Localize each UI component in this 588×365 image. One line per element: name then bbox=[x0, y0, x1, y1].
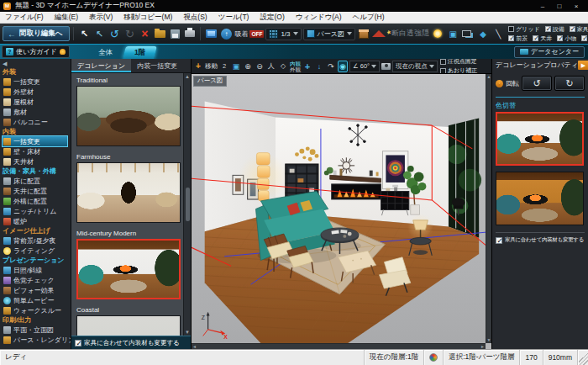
menu-tools[interactable]: ツール(T) bbox=[218, 13, 249, 23]
grid-scale-dropdown[interactable]: 1/3 bbox=[265, 28, 301, 40]
sidebar-item-sunlight[interactable]: 日照/斜線 bbox=[3, 265, 71, 275]
tab-decoration[interactable]: デコレーション bbox=[71, 59, 131, 72]
sidebar-item-plan-elevation[interactable]: 平面・立面図 bbox=[3, 325, 71, 335]
menu-edit[interactable]: 編集(E) bbox=[55, 13, 78, 23]
scroll-down-icon[interactable]: ▼ bbox=[185, 330, 190, 335]
checkbox-accessories[interactable]: 小物 bbox=[557, 34, 576, 43]
roof-display-dropdown[interactable] bbox=[372, 27, 386, 41]
sidebar-item-ceiling-material[interactable]: 天井材 bbox=[3, 156, 71, 167]
fix-target-checkbox[interactable]: 注視点固定 bbox=[440, 59, 478, 66]
data-center-button[interactable]: データセンター bbox=[514, 46, 585, 58]
fov-angle-dropdown[interactable]: ∠ 60° bbox=[349, 61, 380, 72]
sidebar-item-place-ceiling[interactable]: 天井に配置 bbox=[3, 186, 71, 196]
close-button[interactable]: × bbox=[568, 1, 585, 11]
checkbox-grid[interactable]: グリッド bbox=[508, 25, 540, 34]
back-to-floorplan-button[interactable]: ← 間取り編集へ bbox=[3, 26, 70, 41]
print-icon[interactable] bbox=[183, 27, 197, 41]
color-variant-2-thumbnail[interactable] bbox=[496, 172, 584, 225]
style-thumbnail-traditional[interactable] bbox=[76, 86, 181, 146]
view-mode-dropdown[interactable]: パース図 bbox=[303, 28, 355, 40]
tilt-correct-checkbox[interactable]: あおり補正 bbox=[440, 66, 478, 74]
menu-viewpoint[interactable]: 視点(S) bbox=[183, 13, 207, 23]
sidebar-item-walkthrough[interactable]: ウォークスルー bbox=[3, 305, 71, 315]
sidebar-item-roof-material[interactable]: 屋根材 bbox=[3, 97, 71, 107]
style-thumbnail-coastal[interactable] bbox=[76, 315, 181, 336]
style-thumbnail-farmhouse[interactable] bbox=[76, 162, 181, 223]
rotate-cw-button[interactable]: ↻ bbox=[554, 76, 585, 91]
sidebar-item-before-effect[interactable]: ビフォー効果 bbox=[3, 285, 71, 295]
texture-cube-dropdown[interactable] bbox=[357, 27, 370, 41]
look-around-tool[interactable]: ◉ bbox=[338, 61, 348, 72]
menu-view[interactable]: 表示(V) bbox=[89, 13, 113, 23]
checkbox-ceiling[interactable]: 天井 bbox=[533, 34, 552, 43]
shrink-view-tool[interactable]: ◇ bbox=[278, 61, 288, 72]
sidebar-item-exterior-batch[interactable]: 一括変更 bbox=[3, 77, 71, 87]
minimize-button[interactable]: – bbox=[534, 1, 551, 11]
sidebar-item-balcony[interactable]: バルコニー bbox=[3, 117, 71, 127]
pointer-icon[interactable]: ↖ bbox=[77, 27, 91, 41]
media-library-icon[interactable] bbox=[204, 27, 218, 41]
focus-frame-icon[interactable]: ▣ bbox=[446, 27, 459, 41]
section-tools-group[interactable]: * 断白透強隠 bbox=[387, 29, 429, 39]
rotate-ccw-button[interactable]: ↺ bbox=[522, 76, 552, 91]
menu-file[interactable]: ファイル(F) bbox=[5, 13, 44, 23]
style-list-scrollbar[interactable]: ▲ ▼ bbox=[183, 73, 191, 336]
color-variant-1-thumbnail[interactable] bbox=[496, 112, 584, 166]
checkbox-interior[interactable]: 室内 bbox=[581, 34, 588, 43]
checkbox-foreground[interactable]: 前景 bbox=[508, 34, 528, 43]
sidebar-item-color-check[interactable]: 色覚チェック bbox=[3, 275, 71, 285]
maximize-button[interactable]: □ bbox=[551, 1, 568, 11]
pan-tool[interactable]: + bbox=[302, 61, 312, 72]
scroll-down-icon[interactable]: ▼ bbox=[486, 337, 491, 343]
tilt-tool[interactable]: ↷ bbox=[326, 61, 336, 72]
sidebar-item-paving[interactable]: 敷材 bbox=[3, 107, 71, 117]
sidebar-item-niche-trim[interactable]: ニッチ/トリム bbox=[3, 206, 71, 216]
tab-floor-1[interactable]: 1階 bbox=[123, 46, 157, 59]
dual-view-icon[interactable] bbox=[461, 27, 475, 41]
viewport-horizontal-scrollbar[interactable]: ◄ ► bbox=[192, 343, 486, 349]
menu-window[interactable]: ウィンドウ(A) bbox=[296, 13, 342, 23]
usage-guide-button[interactable]: ? 使い方ガイド bbox=[2, 45, 70, 58]
resize-grip[interactable] bbox=[577, 350, 588, 365]
zoom-in-tool[interactable]: ⊕ bbox=[243, 61, 253, 72]
fit-view-tool[interactable]: ▣ bbox=[231, 61, 241, 72]
measure-line-icon[interactable]: ╲ bbox=[491, 27, 505, 41]
sidebar-collapse-icon[interactable]: ◀ bbox=[3, 60, 71, 67]
sidebar-item-wall-material[interactable]: 外壁材 bbox=[3, 87, 71, 97]
match-interior-checkbox[interactable] bbox=[75, 340, 81, 346]
snap-toggle[interactable]: 吸着 OFF bbox=[234, 29, 264, 39]
floor2-tool[interactable]: 2 bbox=[219, 61, 229, 72]
sidebar-item-rendering[interactable]: パース・レンダリング bbox=[3, 335, 71, 345]
interior-exterior-toggle[interactable]: 内観 外観 bbox=[290, 61, 301, 72]
zoom-out-tool[interactable]: ⊖ bbox=[255, 61, 265, 72]
menu-settings[interactable]: 設定(O) bbox=[260, 13, 284, 23]
tab-interior-batch-change[interactable]: 内装一括変更 bbox=[131, 59, 183, 72]
scroll-up-icon[interactable]: ▲ bbox=[185, 74, 190, 79]
brightness-icon[interactable] bbox=[431, 27, 444, 41]
style-thumbnail-midcentury[interactable] bbox=[76, 239, 181, 299]
open-file-icon[interactable] bbox=[153, 27, 166, 41]
match-interior-checkbox-2[interactable] bbox=[496, 237, 502, 244]
save-icon[interactable] bbox=[168, 27, 181, 41]
scrollbar-thumb[interactable] bbox=[186, 188, 190, 221]
sidebar-item-easy-movie[interactable]: 簡単ムービー bbox=[3, 295, 71, 305]
viewport-vertical-scrollbar[interactable]: ▲ ▼ bbox=[486, 74, 491, 343]
delete-icon[interactable]: × bbox=[138, 27, 151, 41]
menu-move-copy[interactable]: 移動/コピー(M) bbox=[123, 13, 172, 23]
sidebar-item-lighting[interactable]: ライティング bbox=[3, 246, 71, 256]
sidebar-item-interior-batch[interactable]: 一括変更 bbox=[3, 136, 67, 146]
sidebar-item-place-floor[interactable]: 床に配置 bbox=[3, 176, 71, 186]
menu-help[interactable]: ヘルプ(H) bbox=[353, 13, 385, 23]
current-viewpoint-dropdown[interactable]: 現在の視点 bbox=[392, 61, 438, 72]
cloud-upload-icon[interactable]: ↑ bbox=[219, 27, 233, 41]
sidebar-item-place-exterior[interactable]: 外構に配置 bbox=[3, 196, 71, 206]
primitives-icon[interactable]: ◆ bbox=[476, 27, 490, 41]
sidebar-item-background-daynight[interactable]: 背前景/昼夕夜 bbox=[3, 235, 71, 246]
move-tool[interactable]: + bbox=[193, 61, 203, 72]
checkbox-equipment[interactable]: 設備 bbox=[545, 25, 564, 34]
3d-viewport[interactable]: Z X パース図 ▲ ▼ ◄ ► bbox=[192, 74, 491, 349]
scroll-up-icon[interactable]: ▲ bbox=[486, 74, 491, 80]
panel-expand-icon[interactable]: ▶ bbox=[578, 61, 588, 70]
lower-viewpoint-tool[interactable]: ↓ bbox=[314, 61, 324, 72]
multi-select-icon[interactable]: ↖ bbox=[92, 27, 106, 41]
